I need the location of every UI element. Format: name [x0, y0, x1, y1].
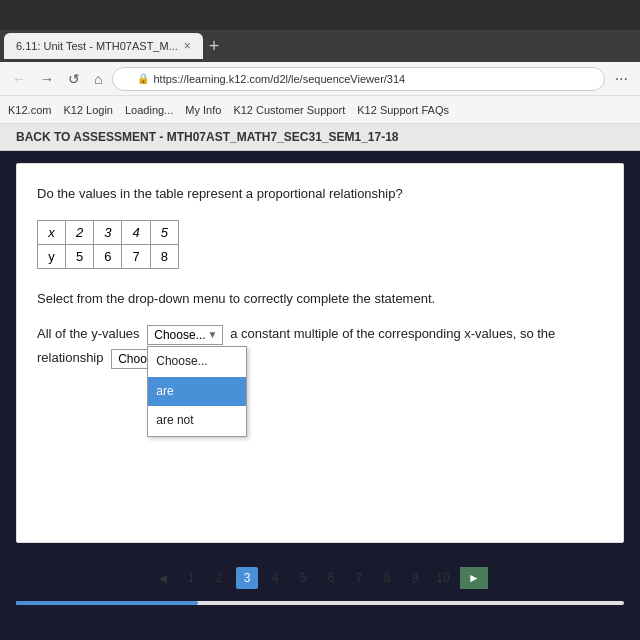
- progress-bar-fill: [16, 601, 198, 605]
- page-btn-8[interactable]: 8: [376, 567, 398, 589]
- bookmark-k12login[interactable]: K12 Login: [63, 104, 113, 116]
- browser-chrome: 6.11: Unit Test - MTH07AST_M... × + ← → …: [0, 0, 640, 151]
- bookmark-supportfaqs[interactable]: K12 Support FAQs: [357, 104, 449, 116]
- bookmark-myinfo[interactable]: My Info: [185, 104, 221, 116]
- bookmark-myinfo-label: My Info: [185, 104, 221, 116]
- table-cell-y3: 7: [122, 244, 150, 268]
- statement-before: All of the y-values: [37, 326, 140, 341]
- bookmark-k12login-label: K12 Login: [63, 104, 113, 116]
- dropdown1-option-are[interactable]: are: [148, 377, 246, 407]
- back-button[interactable]: ←: [8, 69, 30, 89]
- bookmark-customersupport-label: K12 Customer Support: [233, 104, 345, 116]
- bookmark-k12com[interactable]: K12.com: [8, 104, 51, 116]
- forward-button[interactable]: →: [36, 69, 58, 89]
- statement-middle: a constant multiple of the corresponding…: [230, 326, 555, 341]
- assessment-header[interactable]: BACK TO ASSESSMENT - MTH07AST_MATH7_SEC3…: [0, 124, 640, 151]
- prev-page-button[interactable]: ◄: [152, 567, 174, 589]
- url-bar[interactable]: 🔒 https://learning.k12.com/d2l/le/sequen…: [112, 67, 604, 91]
- bookmark-supportfaqs-label: K12 Support FAQs: [357, 104, 449, 116]
- bookmark-customersupport[interactable]: K12 Customer Support: [233, 104, 345, 116]
- question-container: Do the values in the table represent a p…: [16, 163, 624, 543]
- tab-close-button[interactable]: ×: [184, 39, 191, 53]
- table-row-y: y 5 6 7 8: [38, 244, 179, 268]
- tab-bar: 6.11: Unit Test - MTH07AST_M... × +: [0, 30, 640, 62]
- home-button[interactable]: ⌂: [90, 69, 106, 89]
- page-btn-2[interactable]: 2: [208, 567, 230, 589]
- dropdown1-arrow-icon: ▼: [208, 329, 218, 340]
- bookmark-bar: K12.com K12 Login Loading... My Info K12…: [0, 96, 640, 124]
- table-cell-x1: 2: [66, 220, 94, 244]
- active-tab[interactable]: 6.11: Unit Test - MTH07AST_M... ×: [4, 33, 203, 59]
- assessment-header-text: BACK TO ASSESSMENT - MTH07AST_MATH7_SEC3…: [16, 130, 399, 144]
- statement-cont: relationship: [37, 350, 104, 365]
- table-cell-y-label: y: [38, 244, 66, 268]
- page-btn-7[interactable]: 7: [348, 567, 370, 589]
- page-btn-4[interactable]: 4: [264, 567, 286, 589]
- dropdown1-menu: Choose... are are not: [147, 346, 247, 437]
- bookmark-loading[interactable]: Loading...: [125, 104, 173, 116]
- progress-bar-container: [16, 601, 624, 605]
- page-btn-1[interactable]: 1: [180, 567, 202, 589]
- table-cell-x3: 4: [122, 220, 150, 244]
- browser-top-bar: [0, 0, 640, 30]
- dropdown1-option-are-not[interactable]: are not: [148, 406, 246, 436]
- url-text: https://learning.k12.com/d2l/le/sequence…: [153, 73, 405, 85]
- dropdown1-option-choose[interactable]: Choose...: [148, 347, 246, 377]
- table-cell-y1: 5: [66, 244, 94, 268]
- next-page-button[interactable]: ►: [460, 567, 488, 589]
- reload-button[interactable]: ↺: [64, 69, 84, 89]
- table-cell-x4: 5: [150, 220, 178, 244]
- page-btn-9[interactable]: 9: [404, 567, 426, 589]
- page-btn-3[interactable]: 3: [236, 567, 258, 589]
- browser-menu-button[interactable]: ···: [611, 70, 632, 88]
- dropdown1-button[interactable]: Choose... ▼: [147, 325, 222, 345]
- table-cell-y2: 6: [94, 244, 122, 268]
- dropdown1-container: Choose... ▼ Choose... are are not: [147, 323, 222, 346]
- page-btn-5[interactable]: 5: [292, 567, 314, 589]
- pagination: ◄ 1 2 3 4 5 6 7 8 9 10 ►: [0, 555, 640, 601]
- question-text: Do the values in the table represent a p…: [37, 184, 603, 204]
- nav-bar: ← → ↺ ⌂ 🔒 https://learning.k12.com/d2l/l…: [0, 62, 640, 96]
- table-cell-x2: 3: [94, 220, 122, 244]
- page-btn-6[interactable]: 6: [320, 567, 342, 589]
- table-row-x: x 2 3 4 5: [38, 220, 179, 244]
- table-cell-x-label: x: [38, 220, 66, 244]
- tab-title: 6.11: Unit Test - MTH07AST_M...: [16, 40, 178, 52]
- bookmark-loading-label: Loading...: [125, 104, 173, 116]
- dropdown1-selected-label: Choose...: [154, 328, 205, 342]
- data-table: x 2 3 4 5 y 5 6 7 8: [37, 220, 179, 269]
- new-tab-button[interactable]: +: [203, 36, 226, 57]
- instruction-text: Select from the drop-down menu to correc…: [37, 289, 603, 309]
- statement-row: All of the y-values Choose... ▼ Choose..…: [37, 322, 603, 371]
- lock-icon: 🔒: [137, 73, 149, 84]
- table-cell-y4: 8: [150, 244, 178, 268]
- page-btn-10[interactable]: 10: [432, 567, 454, 589]
